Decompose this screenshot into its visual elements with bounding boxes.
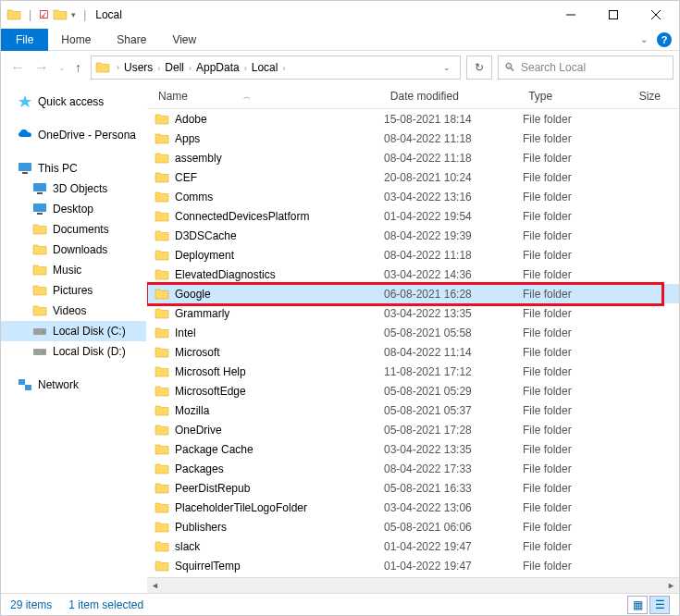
file-row[interactable]: CEF20-08-2021 10:24File folder <box>147 167 679 187</box>
view-details-button[interactable]: ☰ <box>649 596 670 614</box>
file-list[interactable]: Adobe15-08-2021 18:14File folderApps08-0… <box>147 109 679 577</box>
drive-icon <box>32 344 47 359</box>
column-headers[interactable]: Name︿ Date modified Type Size <box>147 84 679 109</box>
folder-icon <box>155 209 169 224</box>
ribbon-tabs: File Home Share View ⌄ ? <box>1 29 679 51</box>
folder-icon <box>155 384 169 399</box>
sidebar-this-pc[interactable]: This PC <box>1 158 146 179</box>
up-button[interactable]: ↑ <box>75 60 81 75</box>
breadcrumb-item[interactable]: Users <box>122 61 155 74</box>
search-input[interactable]: 🔍︎ Search Local <box>498 55 674 80</box>
forward-button[interactable]: → <box>34 59 49 76</box>
folder-icon <box>155 267 169 282</box>
folder-icon <box>155 462 169 476</box>
folder-icon <box>155 287 169 302</box>
window-title: Local <box>95 8 122 21</box>
refresh-button[interactable]: ↻ <box>466 55 492 80</box>
column-name[interactable]: Name︿ <box>147 88 383 105</box>
drive-icon <box>32 202 47 216</box>
status-selected: 1 item selected <box>68 598 143 611</box>
drive-icon <box>32 222 47 237</box>
column-type[interactable]: Type <box>521 88 631 105</box>
sidebar-item[interactable]: Local Disk (D:) <box>1 341 146 362</box>
folder-icon <box>155 131 169 146</box>
help-icon[interactable]: ? <box>657 32 672 47</box>
file-row[interactable]: Microsoft Help11-08-2021 17:12File folde… <box>147 362 679 381</box>
svg-rect-7 <box>610 11 618 19</box>
minimize-button[interactable] <box>550 1 592 29</box>
address-bar[interactable]: › Users›Dell›AppData›Local› ⌄ <box>91 55 461 80</box>
folder-icon <box>155 500 169 515</box>
file-row[interactable]: OneDrive05-08-2021 17:28File folder <box>147 420 679 439</box>
file-row[interactable]: ElevatedDiagnostics03-04-2022 14:36File … <box>147 265 679 284</box>
qat-check-icon[interactable]: ☑ <box>39 8 49 21</box>
file-row[interactable]: PlaceholderTileLogoFolder03-04-2022 13:0… <box>147 498 679 517</box>
home-tab[interactable]: Home <box>48 30 104 50</box>
file-row[interactable]: Mozilla05-08-2021 05:37File folder <box>147 400 679 420</box>
drive-icon <box>32 303 47 318</box>
drive-icon <box>32 324 47 339</box>
file-row[interactable]: assembly08-04-2022 11:18File folder <box>147 148 679 167</box>
drive-icon <box>32 181 47 196</box>
column-size[interactable]: Size <box>632 88 679 105</box>
chevron-down-icon[interactable]: ⌄ <box>640 34 648 44</box>
sidebar-item[interactable]: 3D Objects <box>1 179 146 199</box>
file-tab[interactable]: File <box>1 29 48 51</box>
maximize-button[interactable] <box>592 1 635 29</box>
sidebar-onedrive[interactable]: OneDrive - Persona <box>1 125 146 145</box>
navigation-pane: Quick access OneDrive - Persona This PC … <box>1 84 147 593</box>
folder-icon <box>155 248 169 263</box>
file-row[interactable]: Comms03-04-2022 13:16File folder <box>147 187 679 206</box>
file-row[interactable]: Publishers05-08-2021 06:06File folder <box>147 517 679 536</box>
file-row[interactable]: D3DSCache08-04-2022 19:39File folder <box>147 226 679 245</box>
view-tab[interactable]: View <box>159 30 209 50</box>
folder-icon <box>155 190 169 204</box>
breadcrumb-item[interactable]: AppData <box>194 61 241 74</box>
title-bar: | ☑ ▾ | Local <box>1 1 679 29</box>
file-row[interactable]: Packages08-04-2022 17:33File folder <box>147 459 679 478</box>
folder-icon <box>155 539 169 554</box>
chevron-right-icon: › <box>241 64 250 73</box>
view-thumbnails-button[interactable]: ▦ <box>627 596 648 614</box>
navigation-bar: ← → ⌄ ↑ › Users›Dell›AppData›Local› ⌄ ↻ … <box>1 51 679 84</box>
share-tab[interactable]: Share <box>104 30 159 50</box>
file-row[interactable]: Microsoft08-04-2022 11:14File folder <box>147 342 679 362</box>
sidebar-item[interactable]: Videos <box>1 301 146 321</box>
file-row[interactable]: SquirrelTemp01-04-2022 19:47File folder <box>147 556 679 575</box>
file-row[interactable]: Grammarly03-04-2022 13:35File folder <box>147 303 679 323</box>
file-row[interactable]: Adobe15-08-2021 18:14File folder <box>147 109 679 129</box>
folder-icon <box>155 423 169 437</box>
history-dropdown[interactable]: ⌄ <box>58 63 66 72</box>
sidebar-item[interactable]: Desktop <box>1 199 146 219</box>
file-row[interactable]: ConnectedDevicesPlatform01-04-2022 19:54… <box>147 206 679 226</box>
file-row[interactable]: Deployment08-04-2022 11:18File folder <box>147 245 679 265</box>
file-row[interactable]: Intel05-08-2021 05:58File folder <box>147 323 679 342</box>
breadcrumb-item[interactable]: Dell <box>163 61 186 74</box>
file-row[interactable]: MicrosoftEdge05-08-2021 05:29File folder <box>147 381 679 400</box>
horizontal-scrollbar[interactable]: ◄► <box>147 577 679 593</box>
folder-icon <box>155 403 169 418</box>
drive-icon <box>32 263 47 277</box>
sort-indicator-icon: ︿ <box>243 92 251 102</box>
folder-icon <box>155 442 169 457</box>
folder-icon <box>155 559 169 573</box>
file-row[interactable]: Package Cache03-04-2022 13:35File folder <box>147 439 679 459</box>
back-button[interactable]: ← <box>10 59 25 76</box>
address-dropdown-icon[interactable]: ⌄ <box>438 63 456 72</box>
sidebar-network[interactable]: Network <box>1 375 146 395</box>
chevron-right-icon: › <box>186 64 194 73</box>
sidebar-item[interactable]: Pictures <box>1 280 146 301</box>
folder-icon <box>155 520 169 535</box>
file-row[interactable]: slack01-04-2022 19:47File folder <box>147 536 679 556</box>
breadcrumb-item[interactable]: Local <box>250 61 280 74</box>
close-button[interactable] <box>635 1 677 29</box>
file-row[interactable]: Apps08-04-2022 11:18File folder <box>147 129 679 148</box>
sidebar-quick-access[interactable]: Quick access <box>1 92 146 112</box>
sidebar-item[interactable]: Downloads <box>1 240 146 260</box>
sidebar-item[interactable]: Music <box>1 260 146 280</box>
column-date[interactable]: Date modified <box>383 88 521 105</box>
sidebar-item[interactable]: Local Disk (C:) <box>1 321 146 341</box>
sidebar-item[interactable]: Documents <box>1 219 146 240</box>
file-row[interactable]: Google06-08-2021 16:28File folder <box>147 284 679 303</box>
file-row[interactable]: PeerDistRepub05-08-2021 16:33File folder <box>147 478 679 498</box>
